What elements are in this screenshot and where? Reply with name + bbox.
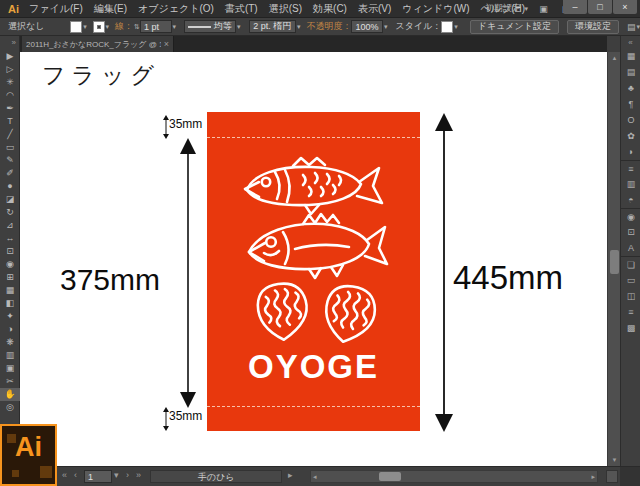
pathfinder-panel-icon[interactable]: ▩ [621,320,640,336]
menu-edit[interactable]: 編集(E) [94,2,127,16]
direct-selection-tool[interactable]: ▷ [0,63,20,76]
stroke-dropdown-icon[interactable]: ▾ [106,23,110,31]
menu-view[interactable]: 表示(V) [358,2,391,16]
line-segment-tool[interactable]: ╱ [0,128,20,141]
document-setup-button[interactable]: ドキュメント設定 [470,20,559,34]
eyedropper-tool[interactable]: ✦ [0,310,20,323]
gradient-tool[interactable]: ◧ [0,297,20,310]
zoom-tool[interactable]: ◎ [0,401,20,414]
bridge-icon[interactable]: ▣ [539,4,548,14]
menu-window[interactable]: ウィンドウ(W) [402,2,469,16]
status-pane-arrow-icon[interactable]: ▸ [288,470,293,480]
opacity-field[interactable]: 100% [351,20,383,33]
vertical-scrollbar[interactable]: ▲ ▼ [607,52,620,466]
transform-panel-icon[interactable]: ◫ [621,288,640,304]
artboard-number-dropdown-icon[interactable]: ▾ [114,470,119,480]
preferences-button[interactable]: 環境設定 [567,20,619,34]
hand-tool[interactable]: ✋ [0,388,20,401]
type-tool[interactable]: T [0,115,20,128]
blob-brush-tool[interactable]: ● [0,180,20,193]
horizontal-scroll-thumb[interactable] [379,472,401,481]
document-tab[interactable]: 2011H_おさかなROCK_フラッグ @ 118% (CMYK/プレビュー) … [22,36,174,52]
menu-file[interactable]: ファイル(F) [29,2,83,16]
paintbrush-tool[interactable]: ✎ [0,154,20,167]
color-guide-panel-icon[interactable]: ▤ [621,64,640,80]
magic-wand-tool[interactable]: ✳ [0,76,20,89]
stroke-weight-field[interactable]: 1 pt [140,20,172,33]
selection-tool[interactable]: ▶ [0,50,20,63]
artboard-number-field[interactable]: 1 [84,470,112,483]
panel-menu-dropdown-icon[interactable]: ▾ [636,23,640,31]
appearance-panel-icon[interactable]: ≡ [621,160,640,176]
scale-tool[interactable]: ⊿ [0,219,20,232]
last-artboard-icon[interactable]: » [136,470,141,480]
gradient-panel-icon[interactable]: ◗ [621,144,640,160]
status-tool-indicator[interactable]: 手のひら [150,470,282,483]
style-swatch[interactable] [441,21,453,33]
color-panel-icon[interactable]: ▦ [621,48,640,64]
pen-tool[interactable]: ✒ [0,102,20,115]
minimize-button[interactable]: – [563,0,587,14]
eraser-tool[interactable]: ◪ [0,193,20,206]
style-dropdown-icon[interactable]: ▾ [454,23,458,31]
menu-object[interactable]: オブジェクト(O) [138,2,214,16]
stroke-weight-dropdown-icon[interactable]: ▾ [173,23,177,31]
blend-tool[interactable]: ◑ [0,323,20,336]
next-artboard-icon[interactable]: › [126,470,129,480]
panel-menu-icon[interactable]: ▤ [627,22,636,32]
rectangle-tool[interactable]: ▭ [0,141,20,154]
workspace-switcher[interactable]: 初期設定 ▾ [485,2,528,15]
pencil-tool[interactable]: ✐ [0,167,20,180]
symbol-sprayer-tool[interactable]: ❋ [0,336,20,349]
menu-select[interactable]: 選択(S) [269,2,302,16]
fill-color-swatch[interactable] [70,21,82,33]
scroll-right-icon[interactable]: ▸ [591,473,595,481]
rotate-tool[interactable]: ↻ [0,206,20,219]
shape-builder-tool[interactable]: ◉ [0,258,20,271]
fill-dropdown-icon[interactable]: ▾ [83,23,87,31]
transparency-panel-icon[interactable]: ◓ [621,192,640,208]
character-panel-icon[interactable]: A [621,240,640,256]
menu-type[interactable]: 書式(T) [225,2,258,16]
free-transform-tool[interactable]: ⊡ [0,245,20,258]
width-tool[interactable]: ↔ [0,232,20,245]
stroke-panel-icon[interactable]: O [621,112,640,128]
align-panel-icon[interactable]: ≡ [621,304,640,320]
vertical-scroll-thumb[interactable] [610,250,619,274]
links-panel-icon[interactable]: ⊡ [621,224,640,240]
stroke-color-swatch[interactable] [93,21,105,33]
artboard-tool[interactable]: ▣ [0,362,20,375]
tools-panel-collapse-icon[interactable]: » [0,36,19,50]
layers-panel-icon[interactable]: ❏ [621,256,640,272]
tab-close-icon[interactable]: × [164,39,169,49]
graphic-styles-panel-icon[interactable]: ▥ [621,176,640,192]
opacity-dropdown-icon[interactable]: ▾ [384,23,388,31]
lasso-tool[interactable]: ◠ [0,89,20,102]
brush-dropdown-icon[interactable]: ▾ [297,23,301,31]
artboard-canvas[interactable]: フラッグ [20,52,607,466]
stroke-profile-select[interactable]: 均等 [184,20,236,33]
first-artboard-icon[interactable]: « [62,470,67,480]
restore-button[interactable]: □ [588,0,612,14]
slice-tool[interactable]: ✂ [0,375,20,388]
brushes-panel-icon[interactable]: ✿ [621,128,640,144]
stroke-weight-label[interactable]: 線： [115,20,133,33]
mesh-tool[interactable]: ▦ [0,284,20,297]
scroll-up-icon[interactable]: ▲ [608,52,621,64]
column-graph-tool[interactable]: ▥ [0,349,20,362]
menu-effect[interactable]: 効果(C) [313,2,347,16]
artboards-panel-icon[interactable]: ▭ [621,272,640,288]
symbols-panel-icon[interactable]: ♣ [621,80,640,96]
dock-expand-icon[interactable]: « [621,36,640,48]
kuler-panel-icon[interactable]: ◉ [621,208,640,224]
horizontal-scrollbar[interactable]: ◂ ▸ [310,470,598,483]
perspective-grid-tool[interactable]: ⊞ [0,271,20,284]
paragraph-panel-icon[interactable]: ¶ [621,96,640,112]
brush-select[interactable]: 2 pt. 楕円 [249,20,296,33]
close-button[interactable]: × [613,0,637,14]
stroke-profile-dropdown-icon[interactable]: ▾ [237,23,241,31]
prev-artboard-icon[interactable]: ‹ [74,470,77,480]
scroll-left-icon[interactable]: ◂ [313,473,317,481]
scroll-down-icon[interactable]: ▼ [608,454,621,466]
opacity-label[interactable]: 不透明度： [306,20,351,33]
